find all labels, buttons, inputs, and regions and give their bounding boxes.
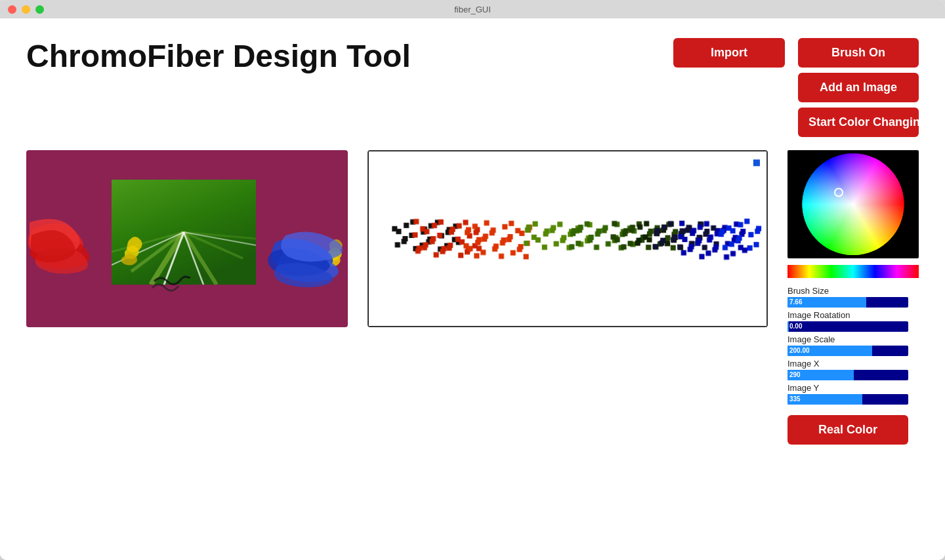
image-y-label: Image Y xyxy=(788,383,919,393)
image-x-value: 290 xyxy=(789,370,801,380)
header-row: ChromoFiber Design Tool Import Brush On … xyxy=(26,38,919,137)
real-color-button[interactable]: Real Color xyxy=(788,415,908,445)
fiber-image-canvas[interactable] xyxy=(26,150,348,327)
image-rotation-group: Image Roatation 0.00 xyxy=(788,310,919,332)
start-color-button[interactable]: Start Color Changing xyxy=(798,108,919,137)
main-window: fiber_GUI ChromoFiber Design Tool Import… xyxy=(0,0,945,560)
image-rotation-track[interactable]: 0.00 xyxy=(788,321,908,332)
dot-pattern-canvas xyxy=(369,151,766,326)
image-scale-group: Image Scale 200.00 xyxy=(788,334,919,356)
image-y-track[interactable]: 335 xyxy=(788,394,908,405)
minimize-button[interactable] xyxy=(22,5,30,14)
image-scale-track[interactable]: 200.00 xyxy=(788,346,908,356)
dot-canvas[interactable] xyxy=(368,150,768,327)
brush-size-track[interactable]: 7.66 xyxy=(788,297,908,308)
fiber-overlay-svg xyxy=(26,150,348,327)
brush-size-group: Brush Size 7.66 xyxy=(788,286,919,308)
add-image-button[interactable]: Add an Image xyxy=(798,73,919,102)
titlebar-buttons xyxy=(8,5,44,14)
image-x-group: Image X 290 xyxy=(788,359,919,380)
image-rotation-fill xyxy=(788,321,789,332)
brush-size-value: 7.66 xyxy=(789,297,802,308)
top-right-area: Import Brush On Add an Image Start Color… xyxy=(673,38,919,137)
main-area: Brush Size 7.66 Image Roatation 0.00 xyxy=(26,150,919,540)
image-y-group: Image Y 335 xyxy=(788,383,919,405)
app-title: ChromoFiber Design Tool xyxy=(26,38,411,74)
hue-bar[interactable] xyxy=(788,265,919,278)
maximize-button[interactable] xyxy=(35,5,44,14)
image-rotation-value: 0.00 xyxy=(789,321,802,332)
sliders-area: Brush Size 7.66 Image Roatation 0.00 xyxy=(788,286,919,405)
color-wheel[interactable] xyxy=(788,150,919,258)
image-y-value: 335 xyxy=(789,394,801,405)
import-button[interactable]: Import xyxy=(673,38,785,68)
titlebar: fiber_GUI xyxy=(0,0,945,18)
header-buttons: Brush On Add an Image Start Color Changi… xyxy=(798,38,919,137)
image-x-track[interactable]: 290 xyxy=(788,370,908,380)
image-scale-value: 200.00 xyxy=(789,346,810,356)
window-title: fiber_GUI xyxy=(454,5,491,14)
content-area: ChromoFiber Design Tool Import Brush On … xyxy=(0,18,945,560)
close-button[interactable] xyxy=(8,5,16,14)
image-x-label: Image X xyxy=(788,359,919,369)
image-rotation-label: Image Roatation xyxy=(788,310,919,320)
brush-size-label: Brush Size xyxy=(788,286,919,296)
brush-on-button[interactable]: Brush On xyxy=(798,38,919,68)
image-scale-label: Image Scale xyxy=(788,334,919,344)
right-panel: Brush Size 7.66 Image Roatation 0.00 xyxy=(788,150,919,540)
fiber-image xyxy=(26,150,348,327)
color-wheel-container[interactable] xyxy=(788,150,919,258)
